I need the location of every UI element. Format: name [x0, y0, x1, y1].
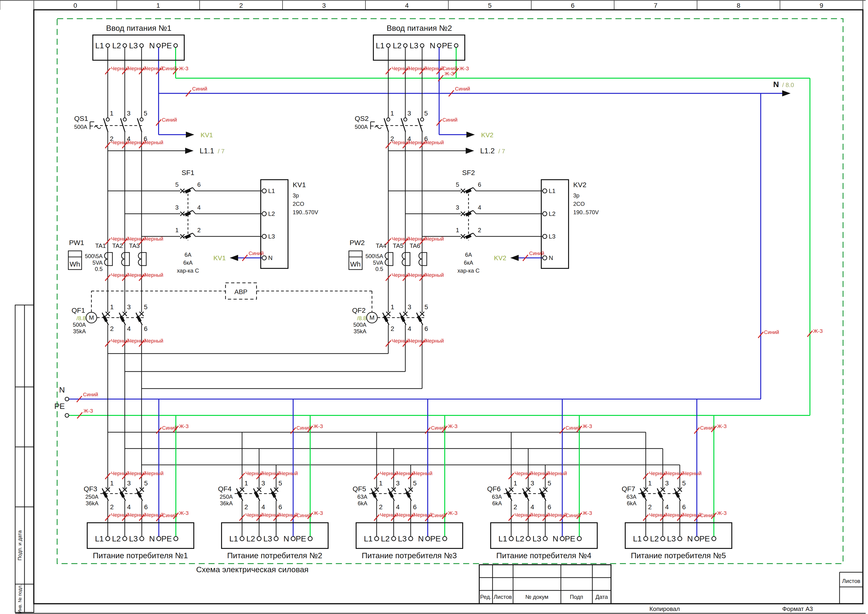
pole-number: 5	[682, 480, 686, 487]
pole-number: 6	[144, 325, 147, 332]
current-transformer-icon	[138, 252, 141, 266]
ct-name: TA3	[129, 242, 140, 249]
wire-color-label: Ж-З	[448, 423, 457, 429]
terminal-circle	[308, 536, 312, 541]
terminal-label: L1	[95, 41, 104, 50]
pole-number: 2	[244, 504, 248, 511]
current-transformer-icon	[104, 252, 108, 266]
terminal-label: L2	[515, 534, 524, 543]
ruler-number: 5	[488, 2, 491, 9]
terminal-label: N	[268, 254, 273, 261]
terminal-label: PE	[442, 41, 453, 50]
kv-ref-label: KV1	[201, 131, 213, 138]
wire-color-label: Ж-З	[448, 510, 457, 516]
pole-number: 6	[425, 325, 428, 332]
current-transformer-icon	[108, 252, 112, 266]
terminal-circle	[262, 256, 266, 260]
terminal-label: N	[418, 534, 424, 543]
component-rating: 6A	[184, 252, 191, 258]
component-rating: 3p	[573, 192, 580, 199]
pole-number: 2	[391, 325, 394, 332]
pole-number: 2	[513, 504, 517, 511]
current-transformer-icon	[405, 252, 410, 266]
terminal-label: PE	[430, 534, 441, 543]
wire-color-label: Ж-З	[583, 510, 592, 516]
wire-color-label: Синий	[192, 86, 207, 92]
component-rating: 500A	[353, 322, 366, 328]
component-rating: 190..570V	[573, 209, 599, 215]
pole-number: 4	[478, 204, 481, 211]
terminal-circle	[106, 118, 109, 121]
component-rating: 35kA	[353, 328, 366, 334]
terminal-circle	[65, 397, 69, 401]
terminal-circle	[542, 212, 547, 216]
arrow-head	[510, 255, 519, 261]
sheet-ref: /8.8	[357, 315, 366, 321]
release-element	[406, 491, 411, 498]
current-transformer-icon	[121, 252, 125, 266]
wire	[473, 233, 476, 236]
wire-color-label: Ж-З	[179, 510, 189, 516]
release-element	[136, 491, 142, 498]
terminal-label: L1	[268, 187, 275, 194]
terminal-circle	[409, 536, 413, 541]
terminal-label: L3	[398, 534, 407, 543]
input-title: Ввод питания №1	[106, 23, 171, 33]
wire-color-label: Ж-З	[84, 408, 93, 414]
wire-color-label: Черный	[683, 512, 702, 518]
terminal-label: N	[552, 534, 558, 543]
terminal-circle	[695, 536, 699, 541]
current-transformer-icon	[141, 252, 146, 266]
pole-number: 3	[408, 110, 411, 117]
drawing-caption: Схема электрическая силовая	[196, 565, 308, 574]
ruler-number: 8	[737, 2, 741, 9]
terminal-circle	[420, 118, 424, 121]
arrow-head	[782, 90, 790, 96]
component-rating: 2CO	[293, 201, 304, 207]
terminal-circle	[542, 256, 547, 260]
sheet-ref: / 7	[218, 148, 225, 155]
bus-label: PE	[54, 402, 65, 410]
release-element	[400, 316, 405, 322]
terminal-circle	[274, 536, 278, 541]
terminal-circle	[157, 536, 161, 541]
terminal-circle	[420, 44, 424, 47]
wire-color-label: Ж-З	[445, 71, 454, 76]
meter-unit: Wh	[350, 260, 361, 268]
terminal-circle	[174, 44, 177, 47]
ruler-number: 1	[156, 2, 160, 9]
component-rating: 6кА	[464, 260, 473, 266]
actuator-symbol	[375, 126, 381, 129]
titleblock-label: № докум	[525, 594, 549, 600]
pole-number: 3	[262, 480, 265, 487]
terminal-circle	[542, 189, 547, 193]
current-transformer-icon	[422, 252, 427, 266]
terminal-circle	[386, 44, 390, 47]
component-rating: 6A	[465, 252, 472, 258]
pole-number: 5	[547, 480, 551, 487]
terminal-label: L2	[246, 534, 255, 543]
component-name: QF4	[218, 485, 232, 493]
motor-label: M	[89, 314, 94, 321]
pole-number: 6	[279, 504, 282, 511]
wire-color-label: Черный	[414, 512, 432, 518]
component-rating: 2CO	[573, 201, 584, 207]
wire-color-label: Черный	[683, 471, 702, 476]
terminal-label: N	[549, 254, 553, 261]
terminal-label: L1	[95, 534, 104, 543]
wire-color-label: Ж-З	[313, 510, 323, 516]
terminal-circle	[157, 44, 160, 47]
terminal-label: L1	[549, 187, 555, 194]
terminal-circle	[140, 44, 143, 47]
sidebar-inv-no: Инв. № подл.	[17, 584, 22, 614]
wire	[473, 210, 476, 214]
wire-color-label: Синий	[455, 86, 470, 92]
component-rating: хар-ка С	[177, 267, 199, 274]
ct-name: TA5	[393, 242, 403, 249]
release-element	[102, 316, 108, 322]
avr-label: АВР	[234, 288, 248, 295]
terminal-label: L3	[268, 233, 275, 240]
release-element	[658, 491, 663, 498]
terminal-circle	[542, 234, 547, 238]
wire-color-label: Ж-З	[313, 423, 323, 429]
